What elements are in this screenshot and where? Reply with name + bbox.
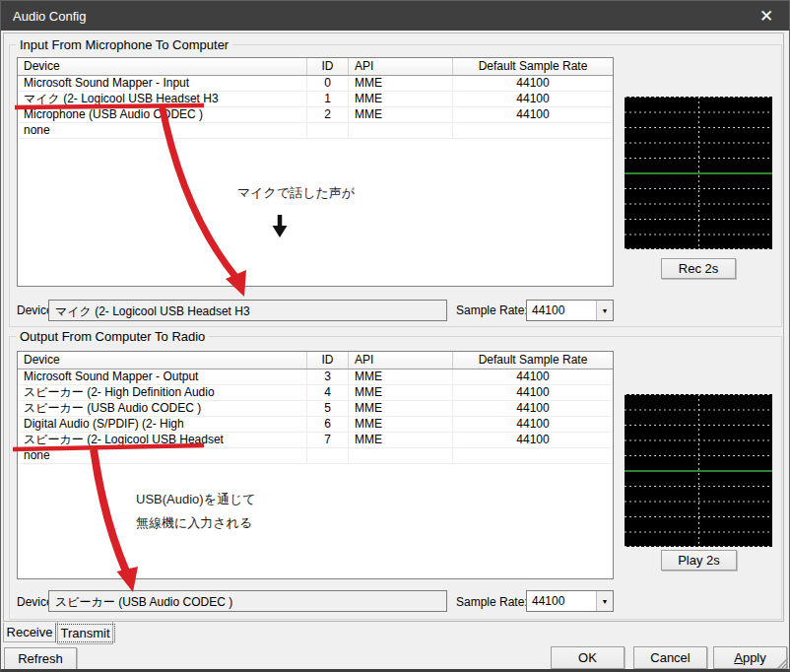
cell-id bbox=[307, 123, 349, 138]
input-annotation-note: マイクで話した声が bbox=[237, 184, 355, 202]
close-icon[interactable]: ✕ bbox=[744, 1, 789, 31]
output-annotation-note-line1: USB(Audio)を通じて bbox=[136, 491, 256, 508]
cell-rate: 44100 bbox=[453, 107, 613, 122]
cell-device: Digital Audio (S/PDIF) (2- High bbox=[18, 417, 307, 432]
output-device-table: Device ID API Default Sample Rate Micros… bbox=[17, 351, 614, 579]
cell-id: 6 bbox=[307, 417, 349, 432]
cell-api: MME bbox=[349, 92, 453, 106]
audio-config-dialog: Audio Config ✕ Input From Microphone To … bbox=[0, 0, 790, 672]
cell-rate: 44100 bbox=[453, 76, 613, 91]
cell-id: 0 bbox=[307, 76, 349, 91]
record-waveform-display bbox=[625, 97, 772, 249]
input-table-body: Microsoft Sound Mapper - Input0MME44100マ… bbox=[18, 76, 613, 139]
table-row[interactable]: スピーカー (2- Logicool USB Headset7MME44100 bbox=[18, 433, 613, 448]
header-id[interactable]: ID bbox=[307, 58, 349, 75]
cell-id: 7 bbox=[307, 433, 349, 447]
cell-api: MME bbox=[349, 417, 453, 432]
cell-device: Microsoft Sound Mapper - Output bbox=[18, 370, 307, 384]
cell-rate: 44100 bbox=[453, 401, 613, 416]
table-row[interactable]: スピーカー (2- High Definition Audio4MME44100 bbox=[18, 385, 613, 401]
cell-api bbox=[349, 448, 453, 463]
cell-api: MME bbox=[349, 370, 453, 384]
table-row[interactable]: Microsoft Sound Mapper - Input0MME44100 bbox=[18, 76, 613, 92]
cell-id: 5 bbox=[307, 401, 349, 416]
cell-device: スピーカー (2- High Definition Audio bbox=[18, 385, 307, 400]
table-row[interactable]: Digital Audio (S/PDIF) (2- High6MME44100 bbox=[18, 417, 613, 433]
cell-rate bbox=[453, 448, 613, 463]
cell-device: スピーカー (USB Audio CODEC ) bbox=[18, 401, 307, 416]
cell-rate: 44100 bbox=[453, 92, 613, 106]
cancel-button[interactable]: Cancel bbox=[633, 646, 707, 669]
cell-rate bbox=[453, 123, 613, 138]
cell-api: MME bbox=[349, 107, 453, 122]
chevron-down-icon[interactable]: ▼ bbox=[596, 301, 613, 320]
cell-device: none bbox=[18, 123, 307, 138]
window-title: Audio Config bbox=[13, 9, 86, 24]
cell-rate: 44100 bbox=[453, 370, 613, 384]
table-row[interactable]: スピーカー (USB Audio CODEC )5MME44100 bbox=[18, 401, 613, 417]
table-row[interactable]: none bbox=[18, 123, 613, 139]
cell-device: Microsoft Sound Mapper - Input bbox=[18, 76, 307, 91]
output-sample-rate-label: Sample Rate: bbox=[456, 595, 528, 609]
input-groupbox-label: Input From Microphone To Computer bbox=[16, 37, 232, 52]
input-device-table: Device ID API Default Sample Rate Micros… bbox=[17, 57, 614, 287]
cell-id: 4 bbox=[307, 385, 349, 400]
output-annotation-note-line2: 無線機に入力される bbox=[136, 514, 252, 532]
cell-api: MME bbox=[349, 433, 453, 447]
cell-rate: 44100 bbox=[453, 385, 613, 400]
table-row[interactable]: マイク (2- Logicool USB Headset H31MME44100 bbox=[18, 92, 613, 107]
cell-api: MME bbox=[349, 401, 453, 416]
cell-api bbox=[349, 123, 453, 138]
table-row[interactable]: Microphone (USB Audio CODEC )2MME44100 bbox=[18, 107, 613, 123]
cell-id bbox=[307, 448, 349, 463]
chevron-down-icon[interactable]: ▼ bbox=[596, 591, 613, 611]
rec-2s-button[interactable]: Rec 2s bbox=[661, 258, 736, 279]
play-2s-button[interactable]: Play 2s bbox=[661, 550, 737, 571]
output-sample-rate-combo[interactable]: 44100 ▼ bbox=[526, 590, 614, 612]
tab-transmit[interactable]: Transmit bbox=[57, 622, 113, 644]
output-device-field[interactable]: スピーカー (USB Audio CODEC ) bbox=[48, 590, 447, 612]
cell-id: 2 bbox=[307, 107, 349, 122]
ok-button[interactable]: OK bbox=[551, 646, 625, 669]
table-row[interactable]: Microsoft Sound Mapper - Output3MME44100 bbox=[18, 370, 613, 385]
cell-rate: 44100 bbox=[453, 417, 613, 432]
resize-grip-icon[interactable] bbox=[775, 656, 788, 669]
play-waveform-display bbox=[625, 394, 772, 547]
cell-rate: 44100 bbox=[453, 433, 613, 447]
output-table-body: Microsoft Sound Mapper - Output3MME44100… bbox=[18, 370, 613, 464]
header-id[interactable]: ID bbox=[307, 352, 349, 369]
cell-id: 1 bbox=[307, 92, 349, 106]
header-rate[interactable]: Default Sample Rate bbox=[453, 352, 613, 369]
tab-receive[interactable]: Receive bbox=[3, 623, 56, 642]
table-header-row: Device ID API Default Sample Rate bbox=[18, 58, 613, 76]
header-api[interactable]: API bbox=[349, 352, 453, 369]
cell-api: MME bbox=[349, 385, 453, 400]
cell-id: 3 bbox=[307, 370, 349, 384]
cell-api: MME bbox=[349, 76, 453, 91]
header-rate[interactable]: Default Sample Rate bbox=[453, 58, 613, 75]
output-groupbox-label: Output From Computer To Radio bbox=[16, 329, 209, 344]
cell-device: スピーカー (2- Logicool USB Headset bbox=[18, 433, 307, 447]
input-sample-rate-combo[interactable]: 44100 ▼ bbox=[526, 300, 614, 321]
input-device-field[interactable]: マイク (2- Logicool USB Headset H3 bbox=[48, 300, 447, 321]
title-bar: Audio Config bbox=[1, 1, 789, 31]
cell-device: none bbox=[18, 448, 307, 463]
cell-device: Microphone (USB Audio CODEC ) bbox=[18, 107, 307, 122]
input-sample-rate-label: Sample Rate: bbox=[456, 303, 528, 317]
cell-device: マイク (2- Logicool USB Headset H3 bbox=[18, 92, 307, 106]
header-device[interactable]: Device bbox=[18, 58, 307, 75]
refresh-button[interactable]: Refresh bbox=[4, 647, 77, 670]
header-device[interactable]: Device bbox=[18, 352, 307, 369]
table-header-row: Device ID API Default Sample Rate bbox=[18, 352, 613, 370]
header-api[interactable]: API bbox=[349, 58, 453, 75]
table-row[interactable]: none bbox=[18, 448, 613, 464]
